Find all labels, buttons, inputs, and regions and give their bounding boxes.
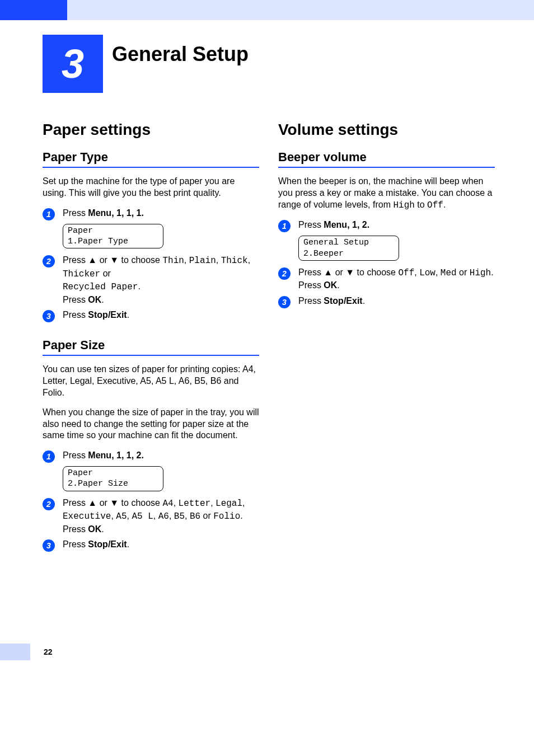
menu-seq: , 1, 2.	[347, 220, 369, 229]
paper-size-intro-2: When you change the size of paper in the…	[43, 407, 259, 442]
step-badge-1-icon: 1	[43, 208, 55, 220]
opt-exec: Executive	[63, 511, 111, 522]
opt-thin: Thin	[162, 256, 184, 266]
top-decor-bar	[0, 0, 534, 20]
paper-type-step-1: 1 Press Menu, 1, 1, 1.	[43, 207, 259, 220]
paper-type-step-3: 3 Press Stop/Exit.	[43, 309, 259, 322]
text: Press	[63, 295, 88, 304]
text: When the beeper is on, the machine will …	[278, 176, 492, 209]
up-arrow-icon: ▲	[88, 255, 97, 265]
text: or	[457, 267, 470, 277]
ok-label: OK	[88, 524, 101, 534]
step-badge-3-icon: 3	[43, 539, 55, 552]
lcd-line1: General Setup	[303, 238, 369, 247]
right-column: Volume settings Beeper volume When the b…	[278, 121, 495, 554]
opt-a5: A5	[116, 511, 127, 522]
text: ,	[111, 511, 116, 520]
text: Press	[63, 498, 88, 508]
text: ,	[185, 511, 190, 520]
opt-thicker: Thicker	[63, 269, 100, 279]
text: .	[363, 296, 365, 306]
step-badge-1-icon: 1	[278, 220, 291, 232]
text: to choose	[119, 498, 162, 508]
lcd-line1: Paper	[68, 226, 93, 236]
beeper-intro: When the beeper is on, the machine will …	[278, 176, 495, 211]
text: Press	[298, 267, 324, 277]
top-bar-light	[67, 0, 534, 20]
lcd-paper-size: Paper 2.Paper Size	[63, 466, 163, 491]
beeper-volume-heading: Beeper volume	[278, 150, 495, 168]
volume-settings-heading: Volume settings	[278, 121, 495, 139]
lcd-line2: 1.Paper Type	[68, 237, 128, 246]
text: .	[240, 511, 242, 520]
text: Press	[63, 539, 88, 549]
paper-type-intro: Set up the machine for the type of paper…	[43, 176, 259, 199]
text: ,	[435, 267, 441, 277]
text: Press	[63, 310, 88, 320]
opt-plain: Plain	[189, 256, 216, 266]
text: .	[101, 524, 104, 534]
opt-thick: Thick	[221, 256, 248, 266]
menu-label: Menu	[324, 220, 347, 229]
opt-b5: B5	[174, 511, 185, 522]
page-footer: 22	[0, 644, 534, 660]
stop-exit-label: Stop/Exit	[88, 310, 127, 320]
text: ,	[174, 498, 179, 508]
opt-recycled: Recycled Paper	[63, 282, 138, 292]
text: to	[415, 200, 427, 209]
up-arrow-icon: ▲	[88, 498, 97, 508]
ok-label: OK	[324, 280, 337, 290]
text: ,	[169, 511, 174, 520]
step-badge-2-icon: 2	[278, 267, 291, 280]
text: or	[200, 511, 213, 520]
paper-size-step-1: 1 Press Menu, 1, 1, 2.	[43, 449, 259, 463]
opt-off: Off	[427, 200, 443, 210]
stop-exit-label: Stop/Exit	[88, 539, 127, 549]
top-bar-accent	[0, 0, 67, 20]
paper-type-heading: Paper Type	[43, 150, 259, 168]
beeper-step-2: 2 Press ▲ or ▼ to choose Off, Low, Med o…	[278, 266, 495, 292]
paper-settings-heading: Paper settings	[43, 121, 259, 139]
text: .	[101, 295, 104, 304]
step-badge-2-icon: 2	[43, 498, 55, 510]
lcd-paper-type: Paper 1.Paper Type	[63, 224, 163, 248]
text: .	[443, 200, 446, 209]
stop-exit-label: Stop/Exit	[324, 296, 362, 306]
page-number: 22	[44, 647, 53, 656]
lcd-line2: 2.Beeper	[303, 249, 344, 259]
text: .	[491, 267, 493, 277]
chapter-title: General Setup	[112, 35, 249, 66]
opt-a6: A6	[158, 511, 169, 522]
paper-size-intro: You can use ten sizes of paper for print…	[43, 364, 259, 398]
paper-size-heading: Paper Size	[43, 338, 259, 356]
text: .	[138, 281, 140, 291]
text: .	[127, 310, 129, 320]
text: Press	[63, 450, 88, 460]
paper-size-step-2: 2 Press ▲ or ▼ to choose A4, Letter, Leg…	[43, 497, 259, 536]
ok-label: OK	[88, 295, 101, 304]
down-arrow-icon: ▼	[345, 267, 354, 277]
paper-type-step-2: 2 Press ▲ or ▼ to choose Thin, Plain, Th…	[43, 254, 259, 306]
step-badge-2-icon: 2	[43, 255, 55, 267]
text: .	[127, 539, 129, 549]
beeper-step-3: 3 Press Stop/Exit.	[278, 295, 495, 308]
text: or	[97, 255, 110, 265]
up-arrow-icon: ▲	[324, 267, 332, 277]
text: ,	[248, 255, 250, 265]
opt-high: High	[393, 200, 414, 210]
text: ,	[153, 511, 158, 520]
menu-seq: , 1, 1, 1.	[111, 208, 144, 218]
down-arrow-icon: ▼	[110, 255, 119, 265]
text: ,	[216, 255, 221, 265]
opt-off: Off	[398, 268, 414, 278]
lcd-beeper: General Setup 2.Beeper	[298, 236, 399, 260]
text: or	[97, 498, 110, 508]
text: ,	[210, 498, 216, 508]
step-badge-1-icon: 1	[43, 450, 55, 463]
menu-label: Menu	[88, 208, 111, 218]
text: Press	[298, 296, 324, 306]
opt-a5l: A5 L	[132, 511, 153, 522]
footer-tab	[0, 644, 30, 660]
opt-a4: A4	[162, 499, 173, 509]
left-column: Paper settings Paper Type Set up the mac…	[43, 121, 259, 554]
